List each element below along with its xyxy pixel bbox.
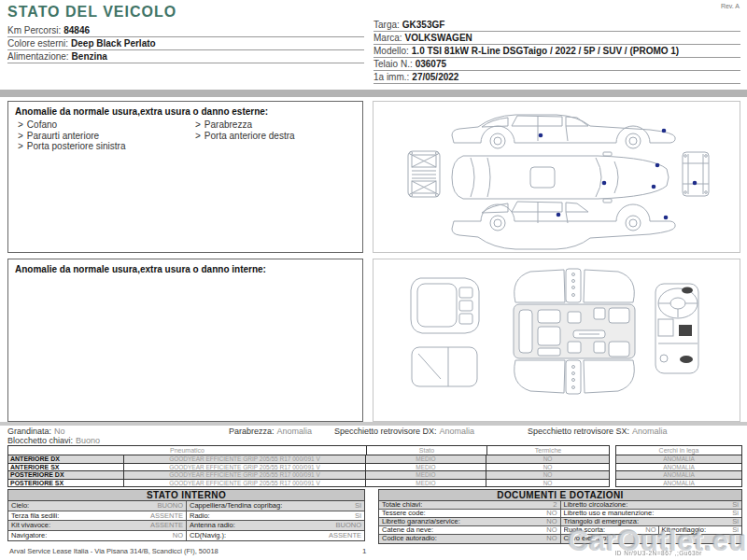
external-damage-box: Anomalie da normale usura,extra usura o … xyxy=(7,101,363,253)
external-damage-list-1: >Cofano>Paraurti anteriore>Porta posteri… xyxy=(18,119,125,152)
field-value: 036075 xyxy=(416,59,446,69)
documents-table-title: DOCUMENTI E DOTAZIONI xyxy=(379,490,741,501)
info-label: Navigatore: xyxy=(11,531,47,541)
summary-item: Grandinata:No xyxy=(7,427,65,436)
info-cell: Kit vivavoce:ASSENTE xyxy=(8,521,186,530)
info-cell: Radio:SI xyxy=(186,511,364,521)
info-cell: Catene da neve:NO xyxy=(379,526,560,534)
info-label: Cielo: xyxy=(11,501,29,511)
tyre-state: MEDIO xyxy=(366,471,486,479)
damage-item: >Porta posteriore sinistra xyxy=(18,141,125,152)
interior-diagram-box xyxy=(373,259,740,422)
info-value: NO xyxy=(173,531,183,541)
info-value: ASSENTE xyxy=(150,521,183,530)
header-field-row: Modello:1.0 TSI 81kW R-Line DSGTaigo / 2… xyxy=(374,45,740,58)
info-cell: Navigatore:NO xyxy=(8,531,186,541)
footer-company-address: Arval Service Lease Italia - Via Pisana … xyxy=(9,547,218,555)
summary-value: Anomalia xyxy=(632,427,668,436)
damage-item: >Paraurti anteriore xyxy=(18,131,125,142)
info-value: SI xyxy=(355,501,361,511)
header-field-row: Alimentazione:Benzina xyxy=(7,50,364,63)
info-value: ASSENTE xyxy=(329,531,361,541)
damage-item-label: Parabrezza xyxy=(204,119,252,130)
damage-marker: > xyxy=(18,141,23,151)
info-row: Totale chiavi:2Libretto circolazione:Si xyxy=(379,501,741,510)
summary-label: Blocchetto chiavi: xyxy=(7,436,73,445)
col-header-pneumatico: Pneumatico xyxy=(8,446,367,455)
header-field-row: Km Percorsi:84846 xyxy=(7,24,364,37)
tyre-position: POSTERIORE DX xyxy=(8,471,124,479)
page-title: STATO DEL VEICOLO xyxy=(7,4,176,21)
header-field-row: Marca:VOLKSWAGEN xyxy=(374,32,740,45)
damage-marker: > xyxy=(18,131,23,141)
info-value: NO xyxy=(546,526,557,534)
info-value: BUONO xyxy=(157,501,183,511)
damage-marker: > xyxy=(195,131,201,141)
field-value: GK353GF xyxy=(402,20,445,30)
info-value: NO xyxy=(546,510,557,517)
tyre-spec: GOODYEAR EFFICIENTE GRIP 205/55 R17 000/… xyxy=(124,464,366,471)
damage-item: >Porta anteriore destra xyxy=(195,131,295,142)
summary-label: Specchietto retrovisore SX: xyxy=(528,427,629,436)
summary-value: Anomalia xyxy=(440,427,475,436)
condition-summary-line1: Grandinata:NoParabrezza:AnomaliaSpecchie… xyxy=(7,427,745,436)
col-header-cerchi: Cerchi in lega xyxy=(616,446,741,455)
section-divider xyxy=(0,90,747,97)
col-header-stato: Stato xyxy=(367,446,487,455)
summary-item: Blocchetto chiavi:Buono xyxy=(7,436,100,445)
info-value: ASSENTE xyxy=(150,511,183,521)
header-field-row: Targa:GK353GF xyxy=(374,19,740,32)
tyre-row: POSTERIORE SXGOODYEAR EFFICIENTE GRIP 20… xyxy=(8,479,609,487)
info-value: 2 xyxy=(553,501,557,509)
exterior-car-diagram xyxy=(374,102,740,252)
info-cell: Tessere code:NO xyxy=(379,510,560,517)
summary-value: Buono xyxy=(76,436,100,445)
info-label: Totale chiavi: xyxy=(382,501,422,509)
tyre-winter: NO xyxy=(486,464,609,471)
info-label: Radio: xyxy=(190,511,210,521)
tyre-row: ANTERIORE SXGOODYEAR EFFICIENTE GRIP 205… xyxy=(8,463,609,471)
info-cell: Libretto uso e manutenzione:Si xyxy=(560,510,742,517)
summary-label: Parabrezza: xyxy=(229,427,275,436)
exterior-diagram-box xyxy=(373,101,740,253)
field-value: VOLKSWAGEN xyxy=(405,33,472,43)
damage-item-label: Porta anteriore destra xyxy=(204,131,295,141)
alloy-wheels-table: Cerchi in lega ANOMALIAANOMALIAANOMALIAA… xyxy=(615,445,742,487)
alloy-wheel-cell: ANOMALIA xyxy=(616,455,741,463)
damage-item-label: Cofano xyxy=(27,119,57,130)
field-value: Deep Black Perlato xyxy=(71,38,156,49)
summary-label: Grandinata: xyxy=(7,427,51,436)
header-field-row: Telaio N.:036075 xyxy=(374,58,740,71)
summary-item: Specchietto retrovisore DX:Anomalia xyxy=(334,427,474,436)
info-row: Kit vivavoce:ASSENTEAntenna radio:BUONO xyxy=(8,521,364,531)
info-label: Libretto uso e manutenzione: xyxy=(564,510,655,517)
info-label: Catene da neve: xyxy=(382,526,433,534)
header-field-row: Colore esterni:Deep Black Perlato xyxy=(7,37,364,50)
revision-label: Rev. A xyxy=(721,3,740,9)
info-value: NO xyxy=(546,535,557,543)
vehicle-fields-right: Targa:GK353GFMarca:VOLKSWAGENModello:1.0… xyxy=(374,19,740,84)
field-label: Alimentazione: xyxy=(7,51,69,62)
info-label: CD(Navig.): xyxy=(190,531,226,541)
info-row: Tessere code:NOLibretto uso e manutenzio… xyxy=(379,510,741,518)
field-label: Modello: xyxy=(374,46,409,56)
info-cell: Totale chiavi:2 xyxy=(379,501,560,509)
field-label: Telaio N.: xyxy=(374,59,413,69)
damage-marker: > xyxy=(18,119,23,130)
tyre-table: Pneumatico Stato Termiche ANTERIORE DXGO… xyxy=(7,445,610,487)
tyre-spec: GOODYEAR EFFICIENTE GRIP 205/55 R17 000/… xyxy=(124,471,366,479)
field-label: 1a imm.: xyxy=(374,72,409,82)
header-field-row: 1a imm.:27/05/2022 xyxy=(374,71,740,84)
page-number: 1 xyxy=(362,547,366,555)
tyre-position: ANTERIORE SX xyxy=(8,464,124,471)
condition-summary-line2: Blocchetto chiavi:Buono xyxy=(7,436,745,445)
summary-value: Anomalia xyxy=(277,427,313,436)
info-cell: Cappelliera/Tendina copribag:SI xyxy=(186,501,364,511)
field-label: Marca: xyxy=(374,33,402,43)
tyre-winter: NO xyxy=(486,471,609,479)
info-cell: Codice autoradio:NO xyxy=(379,535,560,543)
info-value: SI xyxy=(355,511,361,521)
interior-table-title: STATO INTERNO xyxy=(8,490,364,501)
tyre-spec: GOODYEAR EFFICIENTE GRIP 205/55 R17 000/… xyxy=(124,455,366,463)
info-label: Kit vivavoce: xyxy=(11,521,50,530)
